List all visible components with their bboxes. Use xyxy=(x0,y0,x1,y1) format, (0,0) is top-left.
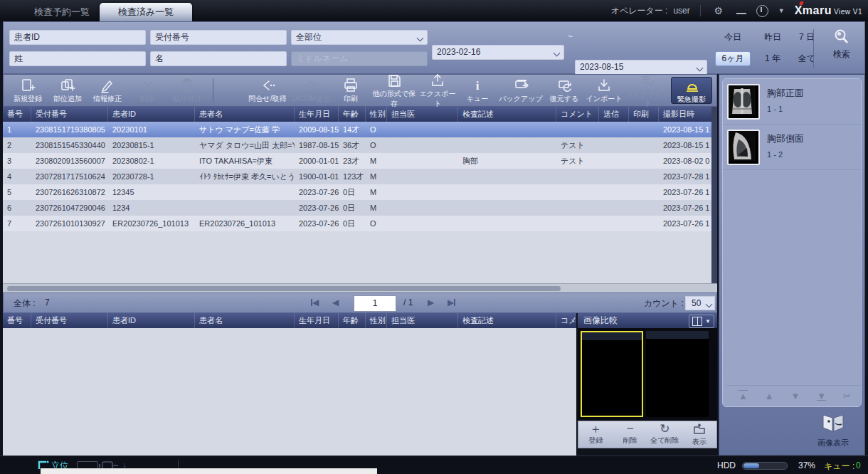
accession-no-input[interactable] xyxy=(150,30,287,45)
thumbnail-item-1[interactable]: 胸部正面 1 - 1 xyxy=(723,79,861,125)
thumbnail-item-2[interactable]: 胸部側面 1 - 2 xyxy=(723,125,861,170)
column-header[interactable]: 性別 xyxy=(366,313,387,328)
toolbar-printer-button[interactable]: 印刷 xyxy=(331,78,371,104)
column-header[interactable]: 患者名 xyxy=(195,313,295,328)
toolbar-pencil-button[interactable]: 情報修正 xyxy=(88,78,127,104)
toolbar-part-add-button[interactable]: 部位追加 xyxy=(48,78,88,104)
column-header[interactable]: 患者ID xyxy=(108,313,195,328)
body-part-select[interactable]: 全部位 xyxy=(291,30,428,45)
patient-row-7[interactable]: 72307261010130927ER20230726_101013ER2023… xyxy=(3,216,711,231)
comparison-layout-button[interactable]: ▼ xyxy=(689,315,714,328)
image-viewer-button[interactable]: 画像表示 xyxy=(810,412,856,448)
column-header[interactable]: 送信 xyxy=(599,107,629,122)
patient-row-3[interactable]: 3230802091356000720230802-1ITO TAKAHISA=… xyxy=(3,153,711,169)
horizontal-scrollbar[interactable] xyxy=(3,283,717,293)
column-header[interactable]: 受付番号 xyxy=(31,107,108,122)
toolbar-export-button[interactable]: エクスポート xyxy=(418,73,457,109)
range-button-3[interactable]: 6ヶ月 xyxy=(715,51,751,66)
toolbar-restore-button[interactable]: 復元する xyxy=(544,78,584,104)
comparison-minus-button[interactable]: −削除 xyxy=(613,421,648,448)
column-header[interactable]: 性別 xyxy=(366,107,387,122)
next-page-icon[interactable]: ▶ xyxy=(428,297,434,307)
column-header[interactable]: 検査記述 xyxy=(458,313,556,328)
patient-row-6[interactable]: 6230726104729004612342023-07-260日M2023-0… xyxy=(3,200,711,216)
range-button-1[interactable]: 昨日 xyxy=(755,30,790,45)
cell: M xyxy=(366,153,387,169)
move-top-icon[interactable]: ▲ xyxy=(739,391,748,401)
comparison-plus-button[interactable]: ＋登録 xyxy=(578,421,613,448)
cell xyxy=(629,122,659,137)
date-from-select[interactable]: 2023-02-16 xyxy=(432,45,564,60)
toolbar-import-button[interactable]: インポート xyxy=(584,78,624,104)
title-bar: 検査予約一覧 検査済み一覧 オペレーター : user ⚙ ▼ XmaruVie… xyxy=(0,0,868,21)
settings-gear-icon[interactable]: ⚙ xyxy=(711,5,726,16)
toolbar-info-button[interactable]: iキュー xyxy=(457,78,497,104)
range-button-4[interactable]: 1 年 xyxy=(755,51,790,66)
first-name-input[interactable] xyxy=(150,51,287,66)
comparison-refresh-button[interactable]: ↻全て削除 xyxy=(647,421,682,448)
power-icon[interactable] xyxy=(756,5,768,17)
last-name-input[interactable] xyxy=(9,51,146,66)
total-label: 全体 : xyxy=(14,297,36,310)
move-down-icon[interactable]: ▼ xyxy=(791,391,800,401)
cell xyxy=(387,200,458,216)
column-header[interactable]: 番号 xyxy=(3,107,31,122)
cell: 3 xyxy=(3,153,31,169)
tab-exam-completed-list[interactable]: 検査済み一覧 xyxy=(100,3,192,21)
range-button-5[interactable]: 全て xyxy=(789,51,825,66)
minimize-icon[interactable] xyxy=(736,13,746,15)
cut-icon[interactable]: ✂ xyxy=(843,391,851,401)
column-header[interactable]: 番号 xyxy=(3,313,31,328)
comparison-pane-left[interactable] xyxy=(581,331,643,417)
column-header[interactable]: 検査記述 xyxy=(458,107,556,122)
column-header[interactable]: 患者ID xyxy=(108,107,195,122)
patient-row-2[interactable]: 2230815154533044020230815-1ヤマダ タロウ=山田 太郎… xyxy=(3,137,711,153)
move-up-icon[interactable]: ▲ xyxy=(765,391,774,401)
search-button[interactable]: 検索 xyxy=(820,28,863,69)
toolbar-arrow-left-dots-button[interactable]: 問合せ/取得 xyxy=(244,78,291,104)
last-page-icon[interactable]: ▶ xyxy=(448,297,455,307)
emergency-exposure-button[interactable]: 緊急撮影 xyxy=(671,77,712,104)
column-header[interactable]: 年齢 xyxy=(339,107,366,122)
column-header[interactable]: コメン xyxy=(556,313,576,328)
patient-row-5[interactable]: 52307261626310872123452023-07-260日M2023-… xyxy=(3,184,711,200)
column-header[interactable]: 担当医 xyxy=(387,313,458,328)
column-header[interactable]: 生年月日 xyxy=(295,107,339,122)
cell: 20230802-1 xyxy=(108,153,195,169)
column-header[interactable]: 生年月日 xyxy=(295,313,339,328)
toolbar-backup-button[interactable]: バックアップ xyxy=(497,78,544,104)
tab-exam-reservation-list[interactable]: 検査予約一覧 xyxy=(16,3,108,21)
xray-thumbnail-image[interactable] xyxy=(727,130,760,165)
column-header[interactable]: 年齢 xyxy=(339,313,366,328)
column-header[interactable]: 撮影日時 xyxy=(659,107,717,122)
patient-row-4[interactable]: 4230728171751062420230728-1ｲﾄｳ ﾀｶﾋｻ=伊東 孝… xyxy=(3,169,711,184)
vertical-scrollbar[interactable] xyxy=(711,107,717,283)
chevron-down-icon xyxy=(554,50,561,57)
cell: 0日 xyxy=(339,200,366,216)
column-header[interactable]: 受付番号 xyxy=(31,313,108,328)
column-header[interactable]: 印刷 xyxy=(629,107,659,122)
column-header[interactable]: 患者名 xyxy=(195,107,295,122)
column-header[interactable]: コメント xyxy=(556,107,599,122)
toolbar-doc-plus-button[interactable]: 新規登録 xyxy=(8,78,48,104)
first-page-icon[interactable]: ◀ xyxy=(311,297,319,307)
comparison-pane-right[interactable] xyxy=(646,331,709,417)
count-select[interactable]: 50 xyxy=(685,296,715,310)
range-button-0[interactable]: 今日 xyxy=(715,30,751,45)
cell: O xyxy=(366,122,387,137)
comparison-show-button[interactable]: 表示 xyxy=(682,421,717,448)
cell: 20230101 xyxy=(108,122,195,137)
chevron-down-icon[interactable]: ▼ xyxy=(778,7,785,14)
move-bottom-icon[interactable]: ▼ xyxy=(817,391,826,401)
thumbnail-title: 胸部正面 xyxy=(767,87,804,100)
column-header[interactable]: 担当医 xyxy=(387,107,458,122)
cell: 2023-07-26 xyxy=(295,184,339,200)
horizontal-scrollbar-thumb[interactable] xyxy=(7,286,561,291)
page-number-input[interactable]: 1 xyxy=(354,295,396,312)
toolbar-floppy-button[interactable]: 他の形式で保存 xyxy=(371,73,418,109)
prev-page-icon[interactable]: ◀ xyxy=(332,297,339,307)
patient-id-input[interactable] xyxy=(9,30,146,45)
range-button-2[interactable]: 7 日 xyxy=(789,30,825,45)
xray-thumbnail-image[interactable] xyxy=(727,84,760,120)
patient-row-1[interactable]: 1230815171938080520230101サトウ マナブ=佐藤 学200… xyxy=(3,122,711,137)
